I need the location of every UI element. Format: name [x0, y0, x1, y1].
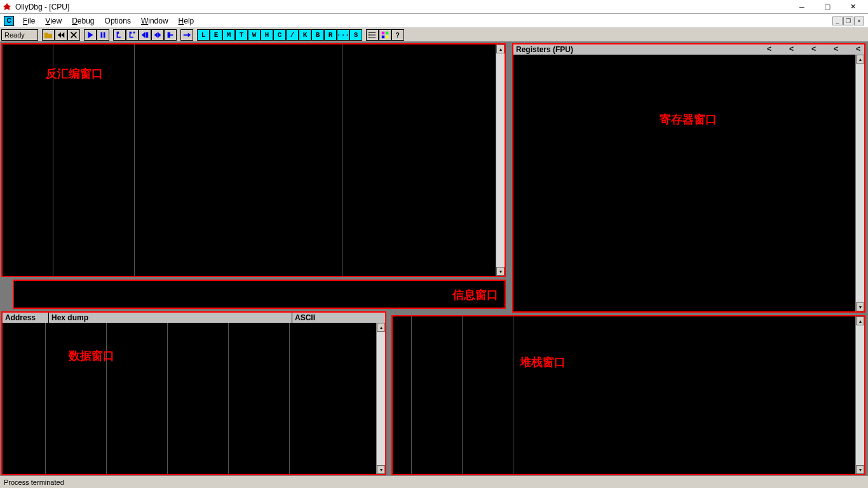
appearance-list-button[interactable] [366, 29, 379, 41]
trace-over-button[interactable] [151, 29, 164, 41]
window-btn-w[interactable]: W [248, 29, 261, 41]
dump-col-address[interactable]: Address [5, 313, 48, 322]
toolbar: Ready LEMTWHC/KBR···S ? [0, 28, 868, 42]
svg-rect-6 [386, 35, 388, 37]
registers-chevrons[interactable]: <<<<< [767, 44, 860, 53]
stack-annotation: 堆栈窗口 [520, 355, 566, 370]
window-btn-···[interactable]: ··· [337, 29, 349, 41]
window-btn-t[interactable]: T [235, 29, 248, 41]
help-button[interactable]: ? [391, 29, 404, 41]
menu-window[interactable]: Window [136, 15, 173, 27]
pause-button[interactable] [97, 29, 109, 41]
stop-button[interactable] [67, 29, 80, 41]
disassembly-pane[interactable]: ▴▾ 反汇编窗口 [1, 43, 506, 277]
open-button[interactable] [42, 29, 55, 41]
minimize-button[interactable]: ─ [789, 1, 815, 13]
step-over-button[interactable] [126, 29, 139, 41]
window-buttons: LEMTWHC/KBR···S [197, 29, 362, 41]
svg-text:?: ? [396, 30, 400, 38]
execute-till-return-button[interactable] [164, 29, 177, 41]
mdi-minimize-button[interactable]: _ [832, 17, 843, 25]
trace-into-button[interactable] [139, 29, 151, 41]
registers-scrollbar[interactable]: ▴▾ [855, 55, 864, 311]
window-btn-e[interactable]: E [210, 29, 222, 41]
svg-rect-3 [382, 31, 384, 34]
menu-help[interactable]: Help [173, 15, 200, 27]
window-title: OllyDbg - [CPU] [15, 3, 789, 11]
step-into-button[interactable] [113, 29, 126, 41]
menubar: C File View Debug Options Window Help _ … [0, 14, 868, 28]
dump-header: Address Hex dump ASCII [3, 313, 385, 323]
registers-header[interactable]: Registers (FPU) <<<<< [513, 44, 864, 55]
stack-scrollbar[interactable]: ▴▾ [855, 316, 864, 474]
window-btn-l[interactable]: L [197, 29, 210, 41]
dump-pane[interactable]: Address Hex dump ASCII ▴▾ 数据窗口 [1, 311, 386, 475]
dump-col-hex[interactable]: Hex dump [49, 313, 292, 322]
window-btn-b[interactable]: B [311, 29, 324, 41]
info-annotation: 信息窗口 [452, 287, 498, 302]
status-text: Process terminated [4, 478, 64, 486]
svg-point-2 [369, 36, 370, 37]
app-icon [3, 3, 11, 11]
menu-debug[interactable]: Debug [67, 15, 99, 27]
menu-options[interactable]: Options [100, 15, 136, 27]
mdi-close-button[interactable]: × [854, 17, 864, 25]
svg-rect-4 [386, 31, 388, 34]
svg-point-0 [369, 32, 370, 33]
mdi-icon[interactable]: C [4, 16, 14, 26]
close-button[interactable]: ✕ [840, 1, 865, 13]
titlebar: OllyDbg - [CPU] ─ ▢ ✕ [0, 0, 868, 14]
registers-annotation: 寄存器窗口 [660, 112, 717, 127]
window-btn-c[interactable]: C [273, 29, 286, 41]
stack-pane[interactable]: ▴▾ 堆栈窗口 [391, 315, 865, 475]
dump-annotation: 数据窗口 [69, 348, 114, 363]
dump-col-ascii[interactable]: ASCII [292, 313, 315, 322]
goto-button[interactable] [180, 29, 193, 41]
window-btn-r[interactable]: R [324, 29, 337, 41]
window-btn-m[interactable]: M [222, 29, 235, 41]
window-btn-s[interactable]: S [349, 29, 362, 41]
info-pane[interactable]: 信息窗口 [13, 280, 506, 309]
window-btn-/[interactable]: / [286, 29, 299, 41]
appearance-grid-button[interactable] [379, 29, 391, 41]
menu-view[interactable]: View [40, 15, 67, 27]
run-button[interactable] [84, 29, 97, 41]
window-btn-h[interactable]: H [261, 29, 273, 41]
rewind-button[interactable] [55, 29, 67, 41]
status-ready: Ready [1, 29, 38, 41]
maximize-button[interactable]: ▢ [815, 1, 840, 13]
window-btn-k[interactable]: K [299, 29, 311, 41]
disasm-annotation: 反汇编窗口 [46, 66, 103, 81]
dump-scrollbar[interactable]: ▴▾ [376, 323, 385, 474]
mdi-restore-button[interactable]: ❐ [843, 17, 853, 25]
svg-point-1 [369, 34, 370, 36]
disasm-scrollbar[interactable]: ▴▾ [496, 44, 505, 276]
statusbar: Process terminated [0, 475, 868, 488]
registers-pane[interactable]: Registers (FPU) <<<<< ▴▾ 寄存器窗口 [512, 43, 865, 313]
workarea: ▴▾ 反汇编窗口 Registers (FPU) <<<<< ▴▾ 寄存器窗口 … [0, 42, 868, 475]
svg-rect-5 [382, 35, 384, 37]
menu-file[interactable]: File [18, 15, 40, 27]
